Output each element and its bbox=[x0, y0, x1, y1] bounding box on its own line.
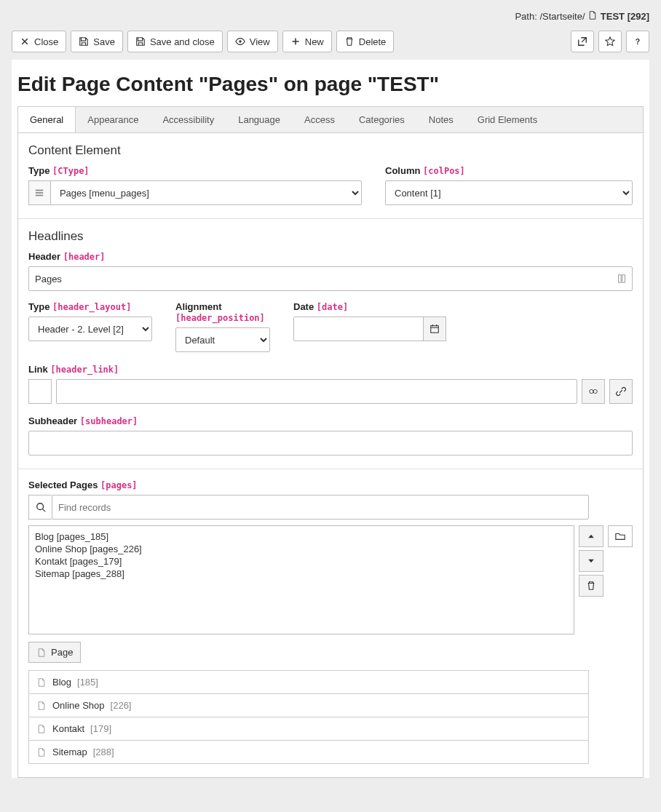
page-type-button[interactable]: Page bbox=[28, 642, 81, 663]
type-label: Type [CType] bbox=[28, 165, 362, 176]
save-close-icon bbox=[135, 36, 146, 47]
path-page: TEST [292] bbox=[601, 11, 649, 22]
link-icon bbox=[616, 386, 626, 397]
link-browser-button[interactable] bbox=[609, 379, 633, 404]
header-input[interactable] bbox=[28, 266, 633, 291]
triangle-up-icon bbox=[586, 531, 596, 541]
help-icon bbox=[633, 36, 643, 47]
move-up-button[interactable] bbox=[579, 525, 603, 547]
breadcrumb: Path: /Startseite/ TEST [292] bbox=[12, 6, 649, 26]
calendar-icon bbox=[430, 324, 440, 334]
selected-pages-label: Selected Pages [pages] bbox=[28, 479, 633, 490]
record-item[interactable]: Sitemap [288] bbox=[28, 741, 589, 764]
search-button[interactable] bbox=[28, 495, 52, 520]
section-content-element-title: Content Element bbox=[28, 143, 633, 158]
tab-categories[interactable]: Categories bbox=[347, 107, 417, 132]
ctype-select[interactable]: Pages [menu_pages] bbox=[50, 180, 362, 205]
toggle-icon[interactable] bbox=[617, 274, 627, 284]
tab-accessibility[interactable]: Accessibility bbox=[151, 107, 226, 132]
find-records-input[interactable] bbox=[52, 495, 589, 520]
page-title: Edit Page Content "Pages" on page "TEST" bbox=[12, 60, 649, 106]
close-button[interactable]: Close bbox=[12, 31, 66, 52]
page-icon bbox=[36, 648, 47, 658]
list-item[interactable]: Blog [pages_185] bbox=[35, 530, 568, 543]
save-button[interactable]: Save bbox=[71, 31, 123, 52]
tabs: General Appearance Accessibility Languag… bbox=[17, 106, 644, 132]
page-icon bbox=[36, 701, 47, 711]
link-wizard-button[interactable] bbox=[582, 379, 605, 404]
remove-item-button[interactable] bbox=[579, 575, 603, 597]
ctype-icon bbox=[28, 180, 50, 205]
alignment-label: Alignment [header_position] bbox=[175, 301, 270, 323]
link-label: Link [header_link] bbox=[28, 364, 633, 375]
date-picker-button[interactable] bbox=[423, 317, 446, 341]
save-icon bbox=[79, 36, 89, 47]
move-down-button[interactable] bbox=[579, 550, 603, 572]
record-item[interactable]: Online Shop [226] bbox=[28, 694, 589, 717]
tab-notes[interactable]: Notes bbox=[417, 107, 466, 132]
close-icon bbox=[20, 36, 30, 47]
triangle-down-icon bbox=[586, 556, 596, 566]
external-link-icon bbox=[577, 36, 587, 47]
subheader-label: Subheader [subheader] bbox=[28, 415, 633, 426]
help-button[interactable] bbox=[626, 31, 649, 52]
trash-icon bbox=[586, 581, 596, 591]
trash-icon bbox=[344, 36, 355, 47]
delete-button[interactable]: Delete bbox=[336, 31, 395, 52]
view-button[interactable]: View bbox=[227, 31, 278, 52]
search-icon bbox=[36, 502, 46, 512]
tab-appearance[interactable]: Appearance bbox=[76, 107, 151, 132]
path-label: Path: bbox=[515, 11, 537, 22]
subheader-input[interactable] bbox=[28, 431, 633, 455]
list-item[interactable]: Online Shop [pages_226] bbox=[35, 543, 568, 555]
page-icon bbox=[36, 747, 47, 757]
page-icon bbox=[36, 724, 47, 734]
record-item[interactable]: Kontakt [179] bbox=[28, 717, 589, 741]
bookmark-button[interactable] bbox=[598, 31, 622, 52]
star-icon bbox=[605, 36, 615, 47]
wizard-icon bbox=[588, 386, 598, 397]
page-icon bbox=[36, 677, 47, 688]
selected-pages-listbox[interactable]: Blog [pages_185] Online Shop [pages_226]… bbox=[28, 525, 574, 634]
tab-language[interactable]: Language bbox=[226, 107, 293, 132]
tab-general[interactable]: General bbox=[18, 107, 76, 132]
plus-icon bbox=[290, 36, 301, 47]
folder-icon bbox=[615, 531, 625, 541]
date-input[interactable] bbox=[293, 317, 424, 341]
page-icon bbox=[587, 10, 598, 20]
section-headlines-title: Headlines bbox=[28, 229, 633, 244]
colpos-select[interactable]: Content [1] bbox=[385, 180, 633, 205]
date-label: Date [date] bbox=[293, 301, 446, 312]
path-segments: /Startseite/ bbox=[539, 11, 585, 22]
header-label: Header [header] bbox=[28, 251, 633, 262]
record-item[interactable]: Blog [185] bbox=[28, 670, 589, 694]
header-layout-select[interactable]: Header - 2. Level [2] bbox=[28, 317, 152, 341]
record-list: Blog [185] Online Shop [226] Kontakt [17… bbox=[28, 670, 589, 764]
list-item[interactable]: Sitemap [pages_288] bbox=[35, 568, 568, 580]
link-prefix-icon-slot bbox=[28, 379, 52, 404]
column-label: Column [colPos] bbox=[385, 165, 633, 176]
header-type-label: Type [header_layout] bbox=[28, 301, 152, 312]
eye-icon bbox=[235, 36, 245, 47]
browse-pages-button[interactable] bbox=[608, 525, 633, 547]
tab-access[interactable]: Access bbox=[293, 107, 347, 132]
save-and-close-button[interactable]: Save and close bbox=[127, 31, 223, 52]
open-external-button[interactable] bbox=[571, 31, 594, 52]
list-item[interactable]: Kontakt [pages_179] bbox=[35, 555, 568, 568]
tab-grid-elements[interactable]: Grid Elements bbox=[466, 107, 550, 132]
header-position-select[interactable]: Default bbox=[175, 327, 270, 352]
header-link-input[interactable] bbox=[56, 379, 577, 404]
new-button[interactable]: New bbox=[282, 31, 332, 52]
